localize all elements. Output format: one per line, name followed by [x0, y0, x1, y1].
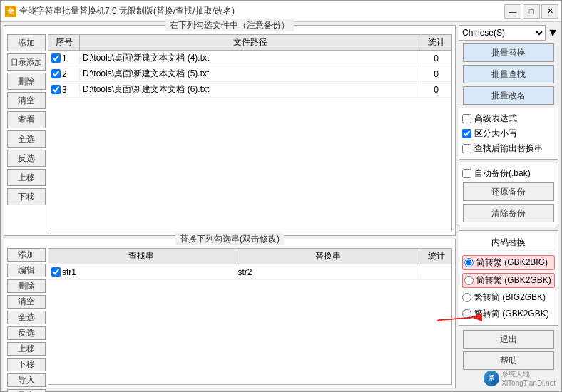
file-col-seq: 序号 — [48, 35, 80, 50]
replace-col-replace: 替换串 — [235, 249, 422, 264]
file-row1-checkbox[interactable] — [51, 53, 61, 63]
minimize-button[interactable]: — — [504, 4, 521, 19]
file-move-up-button[interactable]: 上移 — [7, 169, 46, 186]
replace-row1-find-text: str1 — [62, 267, 76, 277]
watermark-logo: 系 — [484, 371, 499, 386]
file-select-all-button[interactable]: 全选 — [7, 130, 46, 148]
replace-move-up-button[interactable]: 上移 — [7, 342, 46, 356]
table-row[interactable]: 1 D:\tools\桌面\新建文本文档 (4).txt 0 — [48, 51, 451, 66]
radio-gbk2big[interactable] — [464, 258, 474, 267]
file-row1-num: 1 — [62, 53, 67, 63]
clear-backup-button[interactable]: 清除备份 — [463, 204, 554, 222]
replace-select-all-button[interactable]: 全选 — [7, 311, 46, 324]
replace-section-title: 替换下列勾选串(双击修改) — [175, 233, 284, 245]
file-table: 序号 文件路径 统计 1 D:\tools\桌面\新建文本文档 (4).txt … — [48, 34, 452, 232]
radio-big2gbk[interactable] — [462, 293, 471, 302]
title-bar-left: 全 全能字符串批量替换机7.0 无限制版(替换/查找/抽取/改名) — [5, 5, 235, 17]
radio-gbk2gbk2[interactable] — [462, 309, 471, 319]
file-move-down-button[interactable]: 下移 — [7, 188, 46, 205]
batch-replace-button[interactable]: 批量替换 — [463, 43, 554, 62]
replace-export-button[interactable]: 导出 — [7, 389, 46, 392]
inner-code-radio-row-4: 繁转简 (GBK2GBK) — [462, 307, 555, 321]
file-clear-button[interactable]: 清空 — [7, 92, 46, 109]
file-row3-path: D:\tools\桌面\新建文本文档 (6).txt — [80, 82, 422, 97]
file-row2-count: 0 — [422, 68, 451, 81]
watermark: 系 系统天地 XiTongTianDi.net — [484, 369, 556, 387]
file-col-count: 统计 — [422, 35, 451, 50]
restore-backup-button[interactable]: 还原备份 — [463, 182, 554, 201]
file-row2-path: D:\tools\桌面\新建文本文档 (5).txt — [80, 66, 422, 81]
radio-gbk2gbk2-label: 繁转简 (GBK2GBK) — [474, 308, 549, 320]
file-col-path: 文件路径 — [80, 35, 422, 50]
table-row[interactable]: 3 D:\tools\桌面\新建文本文档 (6).txt 0 — [48, 82, 451, 98]
file-row1-seq: 1 — [48, 52, 80, 65]
auto-backup-option: 自动备份(.bak) — [462, 167, 555, 180]
batch-find-button[interactable]: 批量查找 — [463, 65, 554, 83]
file-row2-checkbox[interactable] — [51, 69, 61, 78]
close-button[interactable]: ✕ — [541, 4, 558, 19]
file-dir-add-button[interactable]: 目录添加 — [7, 53, 46, 71]
inner-code-title: 内码替换 — [462, 235, 555, 251]
help-button[interactable]: 帮助 — [463, 351, 554, 370]
replace-section: 替换下列勾选串(双击修改) 添加 编辑 删除 清空 全选 反选 上移 下移 导入… — [4, 239, 456, 388]
output-replace-label: 查找后输出替换串 — [474, 143, 543, 155]
file-row3-checkbox[interactable] — [51, 85, 61, 94]
inner-code-radio-row-1: 简转繁 (GBK2BIG) — [462, 255, 555, 270]
exit-button[interactable]: 退出 — [463, 330, 554, 349]
file-row3-count: 0 — [422, 83, 451, 96]
file-add-button[interactable]: 添加 — [7, 34, 46, 51]
auto-backup-checkbox[interactable] — [462, 169, 471, 178]
case-sensitive-checkbox[interactable] — [462, 129, 471, 138]
auto-backup-label: 自动备份(.bak) — [474, 167, 531, 180]
replace-buttons: 添加 编辑 删除 清空 全选 反选 上移 下移 导入 导出 — [7, 248, 46, 385]
window-title: 全能字符串批量替换机7.0 无限制版(替换/查找/抽取/改名) — [19, 5, 235, 17]
file-invert-select-button[interactable]: 反选 — [7, 150, 46, 167]
file-row3-seq: 3 — [48, 83, 80, 96]
file-table-body: 1 D:\tools\桌面\新建文本文档 (4).txt 0 2 D:\tool… — [48, 51, 451, 232]
bottom-buttons: 退出 帮助 — [459, 329, 558, 371]
watermark-line2: XiTongTianDi.net — [501, 379, 556, 387]
file-row1-path: D:\tools\桌面\新建文本文档 (4).txt — [80, 51, 422, 66]
file-buttons: 添加 目录添加 删除 清空 查看 全选 反选 上移 下移 — [7, 34, 46, 232]
replace-move-down-button[interactable]: 下移 — [7, 358, 46, 371]
file-section-title: 在下列勾选文件中（注意备份） — [165, 19, 294, 31]
radio-big2gbk-label: 繁转简 (BIG2GBK) — [474, 292, 546, 304]
replace-table-header: 查找串 替换串 统计 — [48, 249, 451, 264]
replace-row1-checkbox[interactable] — [51, 267, 61, 277]
file-row2-seq: 2 — [48, 68, 80, 81]
replace-col-find: 查找串 — [48, 249, 235, 264]
replace-table-body: str1 str2 — [48, 264, 451, 384]
backup-box: 自动备份(.bak) 还原备份 清除备份 — [459, 163, 558, 227]
replace-clear-button[interactable]: 清空 — [7, 295, 46, 309]
main-content: 在下列勾选文件中（注意备份） 添加 目录添加 删除 清空 查看 全选 反选 上移… — [1, 22, 561, 391]
file-view-button[interactable]: 查看 — [7, 111, 46, 128]
replace-add-button[interactable]: 添加 — [7, 248, 46, 262]
replace-row1-find: str1 — [48, 266, 235, 279]
batch-rename-button[interactable]: 批量改名 — [463, 86, 554, 105]
language-select[interactable]: Chinese(S) Chinese(T) English — [459, 25, 546, 41]
right-panel: Chinese(S) Chinese(T) English ▼ 批量替换 批量查… — [459, 25, 558, 388]
advanced-regex-label: 高级表达式 — [474, 113, 517, 125]
table-row[interactable]: 2 D:\tools\桌面\新建文本文档 (5).txt 0 — [48, 66, 451, 82]
replace-row1-replace: str2 — [235, 266, 422, 279]
file-delete-button[interactable]: 删除 — [7, 73, 46, 90]
replace-edit-button[interactable]: 编辑 — [7, 264, 46, 277]
restore-button[interactable]: □ — [523, 4, 540, 19]
radio-gbk2gbk[interactable] — [464, 276, 474, 285]
app-icon: 全 — [5, 6, 16, 17]
option-advanced-regex: 高级表达式 — [462, 113, 555, 125]
replace-delete-button[interactable]: 删除 — [7, 279, 46, 293]
table-row[interactable]: str1 str2 — [48, 264, 451, 280]
options-box: 高级表达式 区分大小写 查找后输出替换串 — [459, 108, 558, 160]
radio-gbk2gbk-label: 简转繁 (GBK2GBK) — [476, 274, 551, 287]
advanced-regex-checkbox[interactable] — [462, 114, 471, 123]
inner-code-radio-row-2: 简转繁 (GBK2GBK) — [462, 273, 555, 288]
file-row1-count: 0 — [422, 52, 451, 65]
lang-select-dropdown-icon[interactable]: ▼ — [547, 26, 558, 39]
output-replace-checkbox[interactable] — [462, 144, 471, 153]
option-output-replace: 查找后输出替换串 — [462, 143, 555, 155]
replace-import-button[interactable]: 导入 — [7, 373, 46, 387]
file-section: 在下列勾选文件中（注意备份） 添加 目录添加 删除 清空 查看 全选 反选 上移… — [4, 25, 456, 236]
replace-invert-select-button[interactable]: 反选 — [7, 326, 46, 340]
file-row3-num: 3 — [62, 85, 67, 95]
